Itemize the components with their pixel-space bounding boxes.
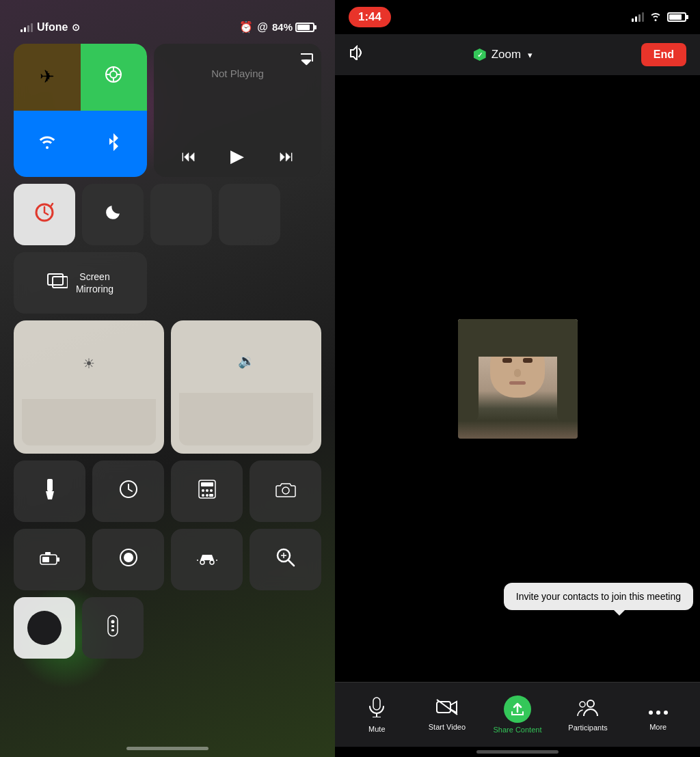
share-content-button[interactable]: Share Content [494,696,542,734]
mute-button[interactable]: Mute [353,697,401,733]
last-row [14,597,321,659]
lock-rotation-icon [33,201,56,229]
svg-rect-37 [373,698,380,710]
flashlight-button[interactable] [14,460,85,522]
svg-rect-9 [47,479,53,491]
calculator-button[interactable] [171,460,243,522]
svg-point-42 [587,700,594,707]
wifi-icon [38,133,57,154]
airplay-icon[interactable] [299,52,313,69]
battery-right-fill [669,14,682,20]
brightness-slider[interactable]: ☀ [14,320,164,454]
camera-icon [275,481,296,502]
dark-mode-icon [27,611,62,645]
svg-rect-8 [53,277,68,288]
top-row: ✈ [14,44,321,177]
wifi-icon-right [649,12,662,23]
empty-slot-2[interactable] [219,184,280,245]
zoom-label: Zoom [492,48,521,61]
start-video-button[interactable]: Start Video [423,699,471,731]
svg-point-26 [124,553,133,562]
svg-marker-10 [46,491,54,499]
dark-mode-button[interactable] [14,597,75,659]
nose [514,369,521,377]
svg-point-16 [210,489,213,492]
wifi-button[interactable] [14,111,81,178]
more-dots-icon [648,699,669,720]
do-not-disturb-button[interactable] [82,184,144,245]
empty-slot-1[interactable] [150,184,212,245]
battery-percent: 84% [272,21,293,33]
svg-point-28 [210,560,214,564]
mouth [509,381,526,385]
carplay-button[interactable] [171,529,243,590]
screen-time-button[interactable] [92,460,164,522]
screen-record-button[interactable] [92,529,164,590]
control-center-panel: Ufone ⊙ ⏰ @ 84% ✈ [0,0,335,757]
svg-rect-13 [201,482,213,486]
participants-button[interactable]: Participants [564,698,612,732]
svg-point-1 [110,71,117,78]
bluetooth-button[interactable] [81,111,148,178]
play-button[interactable]: ▶ [230,146,244,167]
zoom-panel: 1:44 ✓ [335,0,700,757]
end-meeting-button[interactable]: End [641,43,686,66]
share-content-icon [504,696,531,723]
second-row [14,184,321,245]
screen-mirroring-icon [47,273,68,292]
status-bar-left: Ufone ⊙ ⏰ @ 84% [14,14,321,44]
battery-icon-right [667,12,686,22]
wifi-status-icon: ⊙ [72,22,80,33]
svg-rect-40 [437,702,450,713]
flashlight-icon [44,479,56,504]
zoom-toolbar: Mute Start Video Share Content [335,682,700,747]
tv-remote-button[interactable] [82,597,144,659]
zoom-title-area[interactable]: ✓ Zoom ▾ [474,48,533,61]
carrier-name: Ufone [37,21,68,33]
magnifier-button[interactable] [250,529,321,590]
carrier-info: Ufone ⊙ [21,21,80,33]
left-eye [502,358,512,363]
rewind-button[interactable]: ⏮ [181,148,196,165]
svg-point-15 [206,489,208,492]
battery-case-icon [40,549,60,570]
participant-video-tile [458,319,578,439]
battery-case-button[interactable] [14,529,85,590]
camera-button[interactable] [250,460,321,522]
audio-speaker-icon[interactable] [349,45,365,64]
start-video-label: Start Video [429,723,466,731]
sliders-row: ☀ 🔉 [14,320,321,454]
screen-record-icon [119,548,138,572]
security-shield-icon: ✓ [474,49,486,61]
svg-rect-23 [42,557,49,562]
screen-mirroring-label: Screen Mirroring [76,271,113,295]
calculator-icon [198,480,216,504]
icons-grid-2 [14,529,321,590]
share-content-label: Share Content [494,726,542,734]
svg-point-14 [202,489,204,492]
hair-left [458,340,479,422]
hair-right [557,340,578,422]
mute-icon [367,697,386,722]
screen-mirror-row: Screen Mirroring [14,252,321,314]
invite-tooltip[interactable]: Invite your contacts to join this meetin… [504,583,693,610]
right-status-icons [632,12,686,23]
screen-mirroring-button[interactable]: Screen Mirroring [14,252,147,314]
battery-info: ⏰ @ 84% [239,20,314,33]
bluetooth-icon [107,132,120,156]
svg-point-18 [206,494,208,497]
cellular-signal-icon [632,12,644,22]
svg-rect-7 [48,274,63,285]
svg-point-46 [664,711,668,715]
svg-point-45 [656,711,660,715]
more-button[interactable]: More [634,699,682,731]
lock-rotation-button[interactable] [14,184,75,245]
volume-slider[interactable]: 🔉 [171,320,321,454]
airplane-mode-button[interactable]: ✈ [14,44,81,111]
home-indicator-left [126,747,208,750]
zoom-header: ✓ Zoom ▾ End [335,34,700,75]
svg-point-34 [111,620,115,623]
cellular-button[interactable] [81,44,148,111]
remote-icon [107,615,119,642]
fast-forward-button[interactable]: ⏭ [279,148,294,165]
